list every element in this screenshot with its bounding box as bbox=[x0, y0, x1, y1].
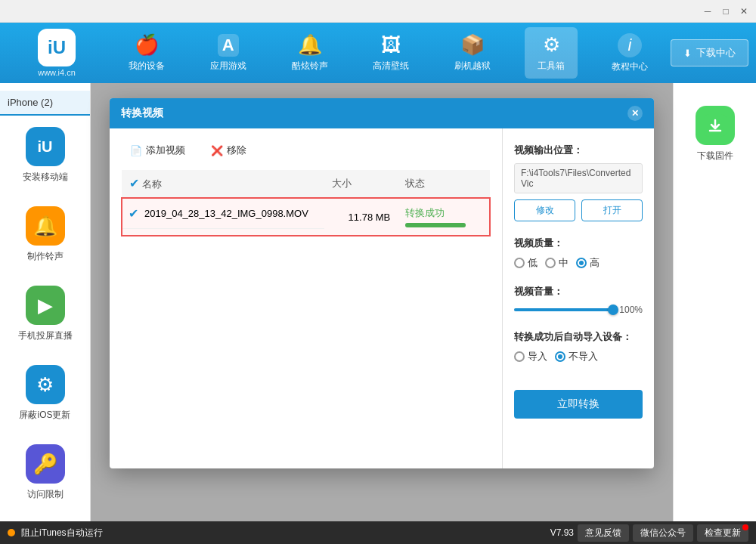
nav-item-tools[interactable]: ⚙ 工具箱 bbox=[525, 27, 578, 79]
sidebar-label-ringtone: 制作铃声 bbox=[27, 250, 64, 263]
minimize-button[interactable]: ─ bbox=[699, 3, 716, 20]
update-dot bbox=[742, 524, 748, 530]
nav-label-wallpapers: 高清壁纸 bbox=[373, 60, 409, 73]
quality-group: 视频质量： 低 中 bbox=[514, 236, 643, 270]
nav-item-my-device[interactable]: 🍎 我的设备 bbox=[117, 27, 176, 79]
device-tab[interactable]: iPhone (2) bbox=[0, 91, 90, 116]
download-firmware-label: 下载固件 bbox=[697, 150, 733, 162]
nav-label-jailbreak: 刷机越狱 bbox=[454, 60, 491, 73]
nav-label-my-device: 我的设备 bbox=[129, 60, 165, 73]
file-status: 转换成功 bbox=[398, 198, 490, 236]
auto-import-label: 转换成功后自动导入设备： bbox=[514, 330, 643, 344]
import-yes-radio[interactable] bbox=[514, 351, 525, 362]
modal-overlay: 转换视频 ✕ 📄 添加视频 bbox=[91, 83, 673, 521]
maximize-button[interactable]: □ bbox=[717, 3, 734, 20]
quality-mid[interactable]: 中 bbox=[545, 256, 569, 270]
sidebar-item-ringtone[interactable]: 🔔 制作铃声 bbox=[0, 195, 90, 274]
sidebar-label-screen-mirror: 手机投屏直播 bbox=[18, 329, 73, 342]
tools-icon: ⚙ bbox=[543, 33, 560, 57]
version-text: V7.93 bbox=[550, 527, 574, 538]
volume-slider-container: 100% bbox=[514, 304, 643, 315]
output-label: 视频输出位置： bbox=[514, 144, 643, 157]
ios-update-icon: ⚙ bbox=[26, 365, 65, 404]
access-limit-icon: 🔑 bbox=[26, 444, 65, 484]
auto-import-group: 转换成功后自动导入设备： 导入 不导入 bbox=[514, 330, 643, 363]
video-convert-modal: 转换视频 ✕ 📄 添加视频 bbox=[110, 98, 654, 468]
volume-slider-thumb[interactable] bbox=[608, 304, 618, 315]
volume-value: 100% bbox=[619, 304, 643, 315]
install-app-icon: iU bbox=[26, 127, 65, 166]
remove-icon: ❌ bbox=[211, 145, 223, 156]
remove-video-button[interactable]: ❌ 移除 bbox=[202, 140, 256, 161]
import-no[interactable]: 不导入 bbox=[555, 350, 598, 363]
quality-label: 视频质量： bbox=[514, 236, 643, 250]
col-header-name: ✔ 名称 bbox=[122, 170, 324, 198]
nav-item-jailbreak[interactable]: 📦 刷机越狱 bbox=[443, 27, 502, 79]
row-check-icon: ✔ bbox=[129, 206, 138, 221]
status-bar: 阻止iTunes自动运行 V7.93 意见反馈 微信公众号 检查更新 bbox=[0, 521, 756, 544]
sidebar-label-ios-update: 屏蔽iOS更新 bbox=[19, 409, 70, 422]
sidebar-item-access-limit[interactable]: 🔑 访问限制 bbox=[0, 433, 90, 512]
top-nav: iU www.i4.cn 🍎 我的设备 A 应用游戏 🔔 酷炫铃声 🖼 高清壁纸… bbox=[0, 23, 756, 83]
feedback-button[interactable]: 意见反馈 bbox=[578, 524, 629, 542]
download-icon: ⬇ bbox=[683, 48, 692, 59]
jailbreak-icon: 📦 bbox=[460, 33, 485, 57]
nav-label-tools: 工具箱 bbox=[538, 60, 565, 73]
open-path-button[interactable]: 打开 bbox=[581, 199, 643, 221]
add-video-icon: 📄 bbox=[130, 145, 142, 156]
modify-path-button[interactable]: 修改 bbox=[514, 199, 575, 221]
quality-low-radio[interactable] bbox=[514, 258, 525, 268]
sidebar-item-install-app[interactable]: iU 安装移动端 bbox=[0, 116, 90, 195]
import-yes[interactable]: 导入 bbox=[514, 350, 547, 363]
right-item-download-firmware[interactable]: 下载固件 bbox=[688, 98, 742, 170]
add-video-button[interactable]: 📄 添加视频 bbox=[121, 140, 194, 161]
title-bar: ─ □ ✕ bbox=[0, 0, 756, 23]
convert-button[interactable]: 立即转换 bbox=[514, 390, 643, 419]
quality-high[interactable]: 高 bbox=[576, 256, 600, 270]
nav-label-app-games: 应用游戏 bbox=[210, 60, 246, 73]
sidebar-item-screen-mirror[interactable]: ▶ 手机投屏直播 bbox=[0, 274, 90, 354]
sidebar: iPhone (2) iU 安装移动端 🔔 制作铃声 ▶ 手机投屏直播 ⚙ 屏蔽… bbox=[0, 83, 91, 521]
close-button[interactable]: ✕ bbox=[736, 3, 752, 20]
tutorials-icon: i bbox=[618, 33, 642, 57]
nav-label-tutorials: 教程中心 bbox=[612, 60, 648, 73]
itunes-status-dot bbox=[8, 529, 15, 536]
volume-group: 视频音量： 100% bbox=[514, 285, 643, 315]
quality-high-radio[interactable] bbox=[576, 258, 587, 268]
quality-radio-group: 低 中 高 bbox=[514, 256, 643, 270]
logo-text: www.i4.cn bbox=[38, 68, 76, 77]
nav-item-app-games[interactable]: A 应用游戏 bbox=[199, 28, 258, 79]
volume-label: 视频音量： bbox=[514, 285, 643, 298]
ringtones-icon: 🔔 bbox=[298, 33, 322, 57]
sidebar-item-ios-update[interactable]: ⚙ 屏蔽iOS更新 bbox=[0, 354, 90, 433]
itunes-label: 阻止iTunes自动运行 bbox=[21, 527, 103, 539]
nav-item-ringtones[interactable]: 🔔 酷炫铃声 bbox=[280, 27, 339, 79]
modal-toolbar: 📄 添加视频 ❌ 移除 bbox=[121, 140, 491, 161]
file-table: ✔ 名称 大小 状态 ✔ 2019_04_28_13_42_IMG_0998.M bbox=[121, 170, 491, 236]
volume-slider-fill bbox=[514, 308, 613, 311]
nav-item-tutorials[interactable]: i 教程中心 bbox=[600, 27, 659, 79]
quality-low[interactable]: 低 bbox=[514, 256, 538, 270]
modal-header: 转换视频 ✕ bbox=[110, 98, 654, 128]
wechat-button[interactable]: 微信公众号 bbox=[633, 524, 693, 542]
download-firmware-icon bbox=[696, 106, 735, 145]
nav-item-wallpapers[interactable]: 🖼 高清壁纸 bbox=[361, 27, 420, 79]
status-right: V7.93 意见反馈 微信公众号 检查更新 bbox=[550, 524, 748, 542]
nav-label-ringtones: 酷炫铃声 bbox=[292, 60, 328, 73]
update-button[interactable]: 检查更新 bbox=[697, 524, 748, 542]
quality-mid-radio[interactable] bbox=[545, 258, 556, 268]
modal-right-panel: 视频输出位置： F:\i4Tools7\Files\ConvertedVic 修… bbox=[503, 128, 654, 468]
output-path: F:\i4Tools7\Files\ConvertedVic bbox=[514, 163, 643, 193]
sidebar-label-access-limit: 访问限制 bbox=[27, 488, 64, 501]
screen-mirror-icon: ▶ bbox=[26, 286, 65, 325]
logo-area: iU www.i4.cn bbox=[8, 29, 106, 77]
import-no-radio[interactable] bbox=[555, 351, 565, 362]
download-center-button[interactable]: ⬇ 下载中心 bbox=[671, 39, 748, 66]
table-row[interactable]: ✔ 2019_04_28_13_42_IMG_0998.MOV 11.78 MB… bbox=[122, 198, 490, 236]
my-device-icon: 🍎 bbox=[135, 33, 159, 57]
volume-slider-track[interactable] bbox=[514, 308, 613, 311]
modal-close-button[interactable]: ✕ bbox=[627, 106, 643, 121]
content-area: 转换视频 ✕ 📄 添加视频 bbox=[91, 83, 673, 521]
logo-icon: iU bbox=[38, 29, 76, 66]
modal-body: 📄 添加视频 ❌ 移除 bbox=[110, 128, 654, 468]
